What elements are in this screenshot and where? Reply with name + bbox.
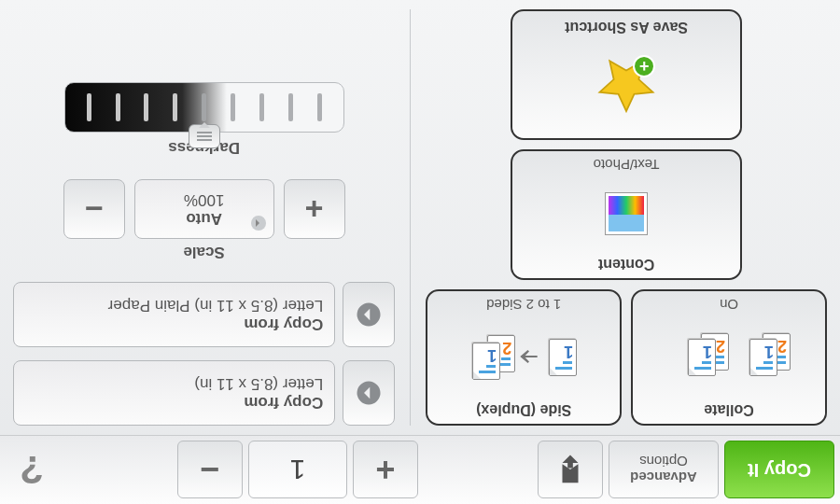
- copy-from-go-button[interactable]: [343, 360, 395, 426]
- copy-to-value: Letter (8.5 x 11 in) Plain Paper: [25, 296, 323, 315]
- count-plus-button[interactable]: +: [353, 441, 418, 499]
- duplex-art: 1 2 1: [435, 313, 612, 401]
- copy-count-value: 1: [290, 455, 306, 486]
- scale-section: Scale + Auto 100% −: [13, 179, 395, 261]
- scale-minus-button[interactable]: −: [63, 179, 125, 239]
- copy-to-row: Copy from Letter (8.5 x 11 in) Plain Pap…: [13, 282, 395, 347]
- shortcut-label: Save As Shortcut: [565, 19, 688, 35]
- circle-arrow-right-icon: [355, 379, 383, 407]
- copy-from-row: Copy from Letter (8.5 x 11 in): [13, 360, 395, 426]
- left-column: Collate 2 1 2 1 On Side (Duplex) 1: [426, 9, 827, 426]
- scale-value: 100%: [184, 190, 224, 209]
- bookmark-button[interactable]: [538, 441, 603, 499]
- advanced-options-button[interactable]: Advanced Options: [609, 441, 719, 499]
- add-plus-icon: +: [633, 55, 655, 77]
- scale-reset-icon: [251, 216, 266, 231]
- scale-label: Scale: [183, 243, 224, 261]
- collate-label: Collate: [704, 401, 753, 418]
- copy-it-button[interactable]: Copy It: [724, 441, 834, 499]
- scale-mode: Auto: [186, 209, 222, 228]
- darkness-slider[interactable]: [64, 82, 344, 133]
- copy-from-title: Copy from: [25, 393, 323, 412]
- circle-arrow-right-icon: [355, 301, 383, 329]
- copy-it-label: Copy It: [748, 459, 811, 481]
- copy-from-box[interactable]: Copy from Letter (8.5 x 11 in): [13, 360, 335, 426]
- count-minus-button[interactable]: −: [177, 441, 243, 499]
- scale-value-box[interactable]: Auto 100%: [134, 179, 274, 239]
- collate-card[interactable]: Collate 2 1 2 1 On: [631, 289, 827, 426]
- top-toolbar: Copy It Advanced Options + 1 − ?: [0, 435, 840, 504]
- right-column: Copy from Letter (8.5 x 11 in) Copy from…: [13, 9, 395, 426]
- copy-to-title: Copy from: [25, 315, 323, 333]
- duplex-label: Side (Duplex): [476, 401, 571, 418]
- copy-from-value: Letter (8.5 x 11 in): [25, 374, 323, 393]
- advanced-l1: Advanced: [630, 470, 697, 486]
- save-shortcut-card[interactable]: + Save As Shortcut: [511, 9, 742, 140]
- content-art: [520, 173, 733, 256]
- bookmark-down-icon: [554, 455, 586, 486]
- help-button[interactable]: ?: [6, 441, 58, 499]
- content-label: Content: [598, 256, 654, 273]
- copy-to-box[interactable]: Copy from Letter (8.5 x 11 in) Plain Pap…: [13, 282, 335, 347]
- copy-count-field[interactable]: 1: [248, 441, 347, 499]
- copy-to-go-button[interactable]: [343, 282, 395, 347]
- darkness-thumb[interactable]: [189, 124, 220, 148]
- content-card[interactable]: Content Text/Photo: [511, 149, 742, 280]
- duplex-value: 1 to 2 Sided: [486, 297, 561, 313]
- collate-value: On: [720, 297, 738, 313]
- advanced-l2: Options: [639, 455, 688, 470]
- main-area: Collate 2 1 2 1 On Side (Duplex) 1: [0, 0, 840, 435]
- shortcut-art: +: [520, 35, 733, 133]
- collate-art: 2 1 2 1: [640, 313, 818, 401]
- duplex-card[interactable]: Side (Duplex) 1 2 1 1 to 2 Sided: [426, 289, 622, 426]
- photo-icon: [605, 193, 648, 236]
- column-divider: [410, 9, 411, 426]
- darkness-section: Darkness: [13, 82, 395, 157]
- arrow-right-icon: [515, 343, 543, 371]
- scale-plus-button[interactable]: +: [284, 179, 345, 239]
- content-value: Text/Photo: [594, 157, 660, 173]
